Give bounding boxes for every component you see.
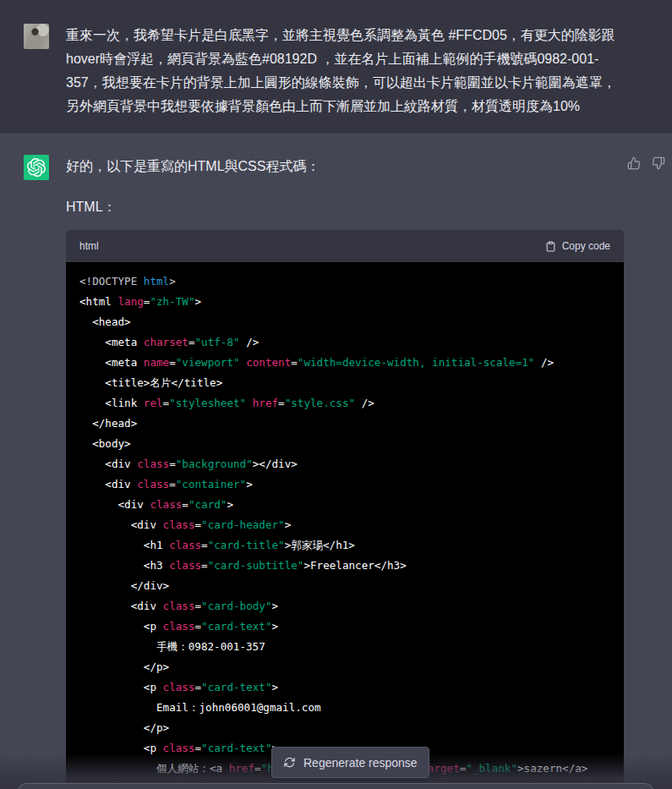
assistant-intro-text: 好的，以下是重寫的HTML與CSS程式碼： [66,155,626,178]
code-content: <!DOCTYPE html><html lang="zh-TW"> <head… [66,262,624,789]
user-message-text: 重來一次，我希望卡片是白底黑字，並將主視覺色系調整為黃色 #FFCD05，有更大… [66,24,626,118]
html-section-label: HTML： [66,195,626,219]
chat-app: 重來一次，我希望卡片是白底黑字，並將主視覺色系調整為黃色 #FFCD05，有更大… [0,0,672,789]
assistant-message-row: 好的，以下是重寫的HTML與CSS程式碼： HTML： html Copy co… [0,133,672,789]
regenerate-label: Regenerate response [303,756,418,770]
copy-code-button[interactable]: Copy code [545,240,610,252]
thumbs-down-button[interactable] [652,156,665,170]
code-block-header: html Copy code [66,230,624,262]
user-message-row: 重來一次，我希望卡片是白底黑字，並將主視覺色系調整為黃色 #FFCD05，有更大… [0,0,672,133]
clipboard-icon [545,241,556,252]
chatgpt-avatar [24,155,49,180]
copy-code-label: Copy code [562,240,610,252]
code-language-label: html [79,234,99,258]
code-block: html Copy code <!DOCTYPE html><html lang… [66,230,624,789]
user-avatar [24,24,49,49]
refresh-icon [283,756,296,769]
openai-logo-icon [27,158,46,177]
thumbs-down-icon [652,156,665,170]
regenerate-button[interactable]: Regenerate response [271,747,429,778]
thumbs-up-icon [627,156,641,170]
chat-input[interactable] [17,783,654,789]
message-actions [627,156,665,170]
thumbs-up-button[interactable] [627,156,641,170]
